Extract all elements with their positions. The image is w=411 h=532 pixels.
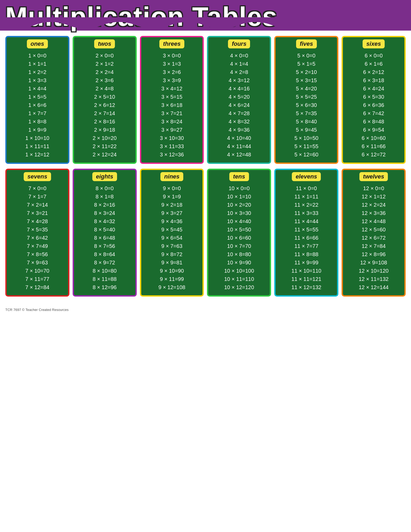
table-row-fives-6: 5 × 6=30 bbox=[280, 101, 332, 109]
table-row-tens-12: 10 × 12=120 bbox=[213, 283, 265, 292]
table-header-sixes: sixes bbox=[363, 39, 385, 48]
table-row-eights-5: 8 × 5=40 bbox=[79, 226, 131, 234]
table-row-threes-8: 3 × 8=24 bbox=[146, 118, 198, 126]
table-row-twelves-4: 12 × 4=48 bbox=[348, 217, 400, 226]
table-row-ones-5: 1 × 5=5 bbox=[11, 93, 63, 101]
table-row-sevens-3: 7 × 3=21 bbox=[11, 209, 63, 217]
table-card-twos: twos2 × 0=02 × 1=22 × 2=42 × 3=62 × 4=82… bbox=[73, 36, 137, 164]
table-row-fours-10: 4 × 10=40 bbox=[213, 134, 265, 142]
table-row-fours-11: 4 × 11=44 bbox=[213, 142, 265, 151]
table-row-twelves-8: 12 × 8=96 bbox=[348, 250, 400, 259]
table-row-threes-3: 3 × 3=9 bbox=[146, 76, 198, 85]
table-row-fives-3: 5 × 3=15 bbox=[280, 76, 332, 85]
table-body-tens: 10 × 0=010 × 1=1010 × 2=2010 × 3=3010 × … bbox=[210, 183, 268, 293]
table-row-sevens-1: 7 × 1=7 bbox=[11, 193, 63, 201]
table-row-nines-9: 9 × 9=81 bbox=[146, 259, 198, 267]
table-row-sevens-5: 7 × 5=35 bbox=[11, 226, 63, 234]
table-row-sevens-4: 7 × 4=28 bbox=[11, 217, 63, 226]
table-row-twos-5: 2 × 5=10 bbox=[79, 93, 131, 101]
table-row-threes-5: 3 × 5=15 bbox=[146, 93, 198, 101]
table-row-nines-4: 9 × 4=36 bbox=[146, 217, 198, 226]
table-card-eights: eights8 × 0=08 × 1=88 × 2=168 × 3=248 × … bbox=[73, 169, 137, 297]
table-row-sixes-12: 6 × 12=72 bbox=[348, 151, 400, 159]
table-row-threes-2: 3 × 2=6 bbox=[146, 68, 198, 76]
table-card-elevens: elevens11 × 0=011 × 1=1111 × 2=2211 × 3=… bbox=[274, 169, 338, 297]
table-row-tens-10: 10 × 10=100 bbox=[213, 267, 265, 275]
table-row-sixes-10: 6 × 10=60 bbox=[348, 134, 400, 142]
table-body-fives: 5 × 0=05 × 1=55 × 2=105 × 3=155 × 4=205 … bbox=[278, 50, 335, 160]
table-row-threes-0: 3 × 0=0 bbox=[146, 52, 198, 60]
table-row-elevens-6: 11 × 6=66 bbox=[280, 234, 332, 242]
table-header-nines: nines bbox=[160, 172, 183, 181]
table-row-twelves-2: 12 × 2=24 bbox=[348, 201, 400, 209]
table-row-twelves-11: 12 × 11=132 bbox=[348, 275, 400, 283]
table-row-twos-3: 2 × 3=6 bbox=[79, 76, 131, 85]
table-row-eights-1: 8 × 1=8 bbox=[79, 193, 131, 201]
table-row-threes-7: 3 × 7=21 bbox=[146, 109, 198, 118]
table-row-fives-0: 5 × 0=0 bbox=[280, 52, 332, 60]
table-row-nines-10: 9 × 10=90 bbox=[146, 267, 198, 275]
table-row-twos-11: 2 × 11=22 bbox=[79, 142, 131, 151]
table-row-ones-11: 1 × 11=11 bbox=[11, 142, 63, 151]
table-row-threes-4: 3 × 4=12 bbox=[146, 85, 198, 93]
table-row-elevens-9: 11 × 9=99 bbox=[280, 259, 332, 267]
table-row-sevens-6: 7 × 6=42 bbox=[11, 234, 63, 242]
table-row-sevens-9: 7 × 9=63 bbox=[11, 259, 63, 267]
table-row-fives-10: 5 × 10=50 bbox=[280, 134, 332, 142]
table-row-tens-4: 10 × 4=40 bbox=[213, 217, 265, 226]
table-header-ones: ones bbox=[27, 39, 48, 48]
table-row-fours-4: 4 × 4=16 bbox=[213, 85, 265, 93]
table-header-elevens: elevens bbox=[292, 172, 321, 181]
table-card-threes: threes3 × 0=03 × 1=33 × 2=63 × 3=93 × 4=… bbox=[140, 36, 204, 164]
header: Multiplication Tables bbox=[0, 0, 411, 31]
table-row-sevens-10: 7 × 10=70 bbox=[11, 267, 63, 275]
table-card-sevens: sevens7 × 0=07 × 1=77 × 2=147 × 3=217 × … bbox=[5, 169, 69, 297]
table-row-elevens-7: 11 × 7=77 bbox=[280, 242, 332, 250]
table-row-ones-6: 1 × 6=6 bbox=[11, 101, 63, 109]
table-row-fours-2: 4 × 2=8 bbox=[213, 68, 265, 76]
table-row-twelves-9: 12 × 9=108 bbox=[348, 259, 400, 267]
table-row-sixes-2: 6 × 2=12 bbox=[348, 68, 400, 76]
table-row-elevens-1: 11 × 1=11 bbox=[280, 193, 332, 201]
table-row-elevens-12: 11 × 12=132 bbox=[280, 283, 332, 292]
table-body-fours: 4 × 0=04 × 1=44 × 2=84 × 3=124 × 4=164 ×… bbox=[210, 50, 268, 160]
table-row-nines-3: 9 × 3=27 bbox=[146, 209, 198, 217]
table-row-ones-8: 1 × 8=8 bbox=[11, 118, 63, 126]
table-row-twos-10: 2 × 10=20 bbox=[79, 134, 131, 142]
table-row-ones-10: 1 × 10=10 bbox=[11, 134, 63, 142]
table-row-tens-8: 10 × 8=80 bbox=[213, 250, 265, 259]
table-row-nines-2: 9 × 2=18 bbox=[146, 201, 198, 209]
table-row-sixes-11: 6 × 11=66 bbox=[348, 142, 400, 151]
table-card-fours: fours4 × 0=04 × 1=44 × 2=84 × 3=124 × 4=… bbox=[207, 36, 271, 164]
table-body-eights: 8 × 0=08 × 1=88 × 2=168 × 3=248 × 4=328 … bbox=[76, 183, 133, 293]
table-row-eights-0: 8 × 0=0 bbox=[79, 184, 131, 193]
table-row-ones-2: 1 × 2=2 bbox=[11, 68, 63, 76]
table-row-fours-5: 4 × 5=20 bbox=[213, 93, 265, 101]
table-row-sixes-1: 6 × 1=6 bbox=[348, 60, 400, 68]
table-row-tens-2: 10 × 2=20 bbox=[213, 201, 265, 209]
table-row-tens-1: 10 × 1=10 bbox=[213, 193, 265, 201]
table-row-fours-3: 4 × 3=12 bbox=[213, 76, 265, 85]
table-header-sevens: sevens bbox=[24, 172, 51, 181]
table-row-sevens-7: 7 × 7=49 bbox=[11, 242, 63, 250]
table-card-ones: ones1 × 0=01 × 1=11 × 2=21 × 3=31 × 4=41… bbox=[5, 36, 69, 164]
bottom-grid-row: sevens7 × 0=07 × 1=77 × 2=147 × 3=217 × … bbox=[5, 169, 406, 297]
table-row-nines-11: 9 × 11=99 bbox=[146, 275, 198, 283]
table-row-elevens-2: 11 × 2=22 bbox=[280, 201, 332, 209]
table-row-sixes-4: 6 × 4=24 bbox=[348, 85, 400, 93]
table-row-tens-9: 10 × 9=90 bbox=[213, 259, 265, 267]
table-header-tens: tens bbox=[229, 172, 249, 181]
table-row-twelves-3: 12 × 3=36 bbox=[348, 209, 400, 217]
table-card-sixes: sixes6 × 0=06 × 1=66 × 2=126 × 3=186 × 4… bbox=[342, 36, 406, 164]
table-row-sevens-2: 7 × 2=14 bbox=[11, 201, 63, 209]
table-row-sixes-5: 6 × 5=30 bbox=[348, 93, 400, 101]
table-row-tens-7: 10 × 7=70 bbox=[213, 242, 265, 250]
table-row-elevens-10: 11 × 10=110 bbox=[280, 267, 332, 275]
table-row-tens-5: 10 × 5=50 bbox=[213, 226, 265, 234]
table-row-tens-3: 10 × 3=30 bbox=[213, 209, 265, 217]
table-card-tens: tens10 × 0=010 × 1=1010 × 2=2010 × 3=301… bbox=[207, 169, 271, 297]
top-grid-row: ones1 × 0=01 × 1=11 × 2=21 × 3=31 × 4=41… bbox=[5, 36, 406, 164]
table-row-eights-8: 8 × 8=64 bbox=[79, 250, 131, 259]
table-row-ones-1: 1 × 1=1 bbox=[11, 60, 63, 68]
table-row-sixes-0: 6 × 0=0 bbox=[348, 52, 400, 60]
